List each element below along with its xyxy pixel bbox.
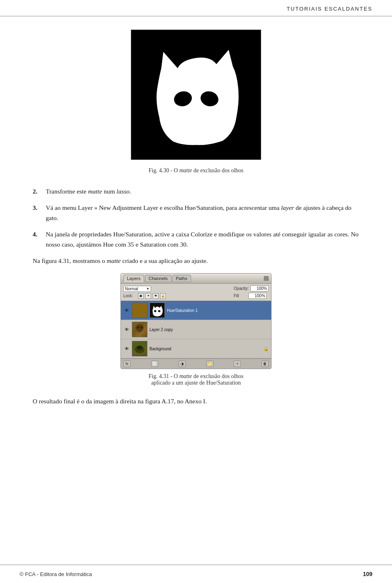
svg-point-8: [137, 327, 139, 328]
lock-label: Lock:: [123, 294, 136, 298]
final-result-text: O resultado final é o da imagem à direit…: [33, 396, 359, 407]
fill-label: Fill: [234, 294, 247, 298]
fill-input[interactable]: 100%: [248, 293, 267, 299]
layer-mask-thumb-hue: [149, 303, 165, 318]
lock-transparent-icon[interactable]: ▣: [138, 293, 144, 299]
svg-point-9: [140, 327, 142, 328]
step-3-text: Vá ao menu Layer » New Adjustment Layer …: [46, 202, 359, 223]
layers-panel: Layers Channels Paths Normal ▼ L: [120, 273, 272, 369]
figure-431-caption: Fig. 4.31 - O matte de exclusão dos olho…: [149, 373, 244, 386]
footer-page-number: 109: [363, 571, 372, 577]
header-title: Tutoriais Escaldantes: [287, 6, 372, 12]
svg-point-13: [138, 347, 139, 348]
step-4-text: Na janela de propriedades Hue/Saturation…: [46, 229, 359, 250]
layer-lock-icon: 🔒: [264, 346, 269, 351]
layers-tab-layers[interactable]: Layers: [123, 275, 144, 282]
layer-name-background: Background: [149, 347, 262, 351]
layer-item-layer2[interactable]: 👁 Layer 2 copy: [121, 320, 271, 339]
layers-titlebar: Layers Channels Paths: [121, 274, 271, 284]
blend-mode-row: Normal ▼ Lock: ▣ ✦ ✚ 🔒: [123, 286, 166, 299]
add-mask-button[interactable]: ⬜: [151, 360, 158, 367]
step-2-text: Transforme este matte num lasso.: [46, 186, 359, 197]
fill-inline: Fill 100%: [234, 293, 269, 299]
figure-430-container: Fig. 4.30 - O matte de exclusão dos olho…: [33, 29, 359, 174]
layer-visibility-eye-background[interactable]: 👁: [123, 345, 130, 352]
layers-list: 👁 Hue/Saturation 1: [121, 301, 271, 358]
layers-tab-paths[interactable]: Paths: [172, 275, 191, 282]
layer-visibility-eye-hue[interactable]: 👁: [123, 307, 130, 314]
page-footer: © FCA - Editora de Informática 109: [0, 565, 392, 583]
page-content: Fig. 4.30 - O matte de exclusão dos olho…: [0, 16, 392, 446]
lock-position-icon[interactable]: ✚: [153, 293, 158, 299]
cat-matte-image: [131, 29, 261, 160]
delete-layer-button[interactable]: 🗑: [261, 360, 269, 367]
layers-close-button[interactable]: [264, 276, 269, 281]
layer-thumb-layer2: [132, 322, 147, 337]
opacity-label: Opacity:: [234, 286, 249, 291]
layer-item-hue-saturation[interactable]: 👁 Hue/Saturation 1: [121, 301, 271, 320]
step-2: 2. Transforme este matte num lasso.: [33, 186, 359, 197]
opacity-row: Opacity: 100% Fill 100%: [234, 285, 269, 299]
opacity-inline: Opacity: 100%: [234, 285, 269, 292]
step-2-number: 2.: [33, 186, 46, 197]
layer-visibility-eye-layer2[interactable]: 👁: [123, 326, 130, 333]
svg-point-12: [137, 345, 143, 350]
layers-controls: Normal ▼ Lock: ▣ ✦ ✚ 🔒 Opacit: [121, 284, 271, 301]
cat-matte-svg: [137, 36, 255, 154]
step-4-number: 4.: [33, 229, 46, 250]
adjustment-layer-button[interactable]: ◑: [178, 360, 186, 367]
step-3-number: 3.: [33, 202, 46, 223]
opacity-input[interactable]: 100%: [250, 285, 269, 292]
page-header: Tutoriais Escaldantes: [0, 0, 392, 16]
figure-430-caption: Fig. 4.30 - O matte de exclusão dos olho…: [149, 167, 244, 174]
step-4: 4. Na janela de propriedades Hue/Saturat…: [33, 229, 359, 250]
new-layer-button[interactable]: +: [234, 360, 241, 367]
svg-point-14: [140, 347, 142, 348]
figure-431-container: Layers Channels Paths Normal ▼ L: [33, 273, 359, 386]
layers-tab-channels[interactable]: Channels: [145, 275, 171, 282]
layer-thumb-hue: [132, 303, 147, 318]
layers-bottom-bar: fx ⬜ ◑ 📁 + 🗑: [121, 358, 271, 369]
add-style-button[interactable]: fx: [123, 360, 131, 367]
lock-image-icon[interactable]: ✦: [145, 293, 151, 299]
figure-431-intro-text: Na figura 4.31, mostramos o matte criado…: [33, 256, 359, 266]
step-3: 3. Vá ao menu Layer » New Adjustment Lay…: [33, 202, 359, 223]
layer-thumb-background: [132, 341, 147, 356]
layers-tabs: Layers Channels Paths: [123, 275, 191, 282]
layer-item-background[interactable]: 👁 Background 🔒: [121, 339, 271, 358]
layer-name-layer2: Layer 2 copy: [149, 327, 269, 332]
lock-row-inline: Lock: ▣ ✦ ✚ 🔒: [123, 293, 166, 299]
lock-all-icon[interactable]: 🔒: [160, 293, 166, 299]
blend-mode-dropdown[interactable]: Normal ▼: [123, 286, 151, 292]
group-layers-button[interactable]: 📁: [206, 360, 214, 367]
svg-point-7: [136, 324, 144, 332]
layer-name-hue-saturation: Hue/Saturation 1: [167, 308, 269, 313]
footer-copyright: © FCA - Editora de Informática: [20, 571, 92, 577]
blend-mode-inline: Normal ▼: [123, 286, 166, 292]
